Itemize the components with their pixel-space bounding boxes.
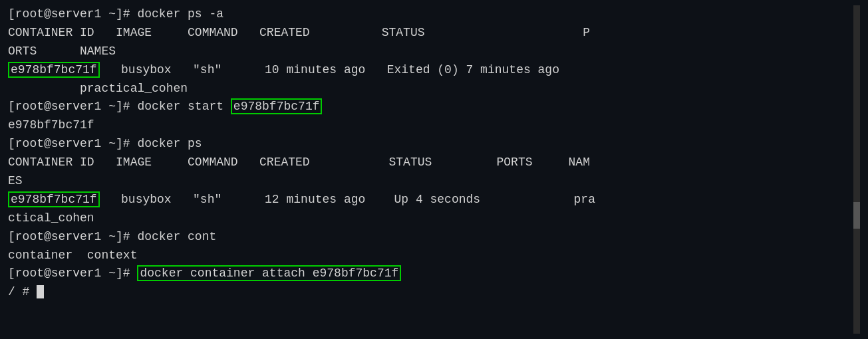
terminal-line: e978bf7bc71f <box>8 116 860 135</box>
terminal-cursor-line: / # <box>8 283 860 302</box>
terminal-line: [root@server1 ~]# docker cont <box>8 228 860 247</box>
terminal-line: [root@server1 ~]# docker ps -a <box>8 5 860 24</box>
container-id-highlight-3: e978bf7bc71f <box>8 191 100 207</box>
terminal-window: [root@server1 ~]# docker ps -a CONTAINER… <box>8 5 860 334</box>
terminal-line: CONTAINER ID IMAGE COMMAND CREATED STATU… <box>8 24 860 43</box>
docker-container-attach-highlight: docker container attach e978bf7bc71f <box>137 265 401 281</box>
terminal-line: e978bf7bc71f busybox "sh" 12 minutes ago… <box>8 191 860 209</box>
terminal-line: practical_cohen <box>8 80 860 98</box>
terminal-line: ctical_cohen <box>8 209 860 228</box>
cursor <box>37 285 44 298</box>
terminal-line: [root@server1 ~]# docker ps <box>8 135 860 154</box>
container-id-highlight: e978bf7bc71f <box>8 62 100 78</box>
terminal-line: container context <box>8 247 860 265</box>
terminal-line: [root@server1 ~]# docker container attac… <box>8 265 860 283</box>
container-id-highlight-2: e978bf7bc71f <box>231 98 323 114</box>
terminal-line: CONTAINER ID IMAGE COMMAND CREATED STATU… <box>8 154 860 172</box>
terminal-line: ORTS NAMES <box>8 43 860 61</box>
terminal-line: e978bf7bc71f busybox "sh" 10 minutes ago… <box>8 61 860 80</box>
scrollbar-thumb[interactable] <box>853 202 860 229</box>
terminal-line: ES <box>8 172 860 191</box>
terminal-line: [root@server1 ~]# docker start e978bf7bc… <box>8 98 860 116</box>
scrollbar[interactable] <box>853 5 860 334</box>
